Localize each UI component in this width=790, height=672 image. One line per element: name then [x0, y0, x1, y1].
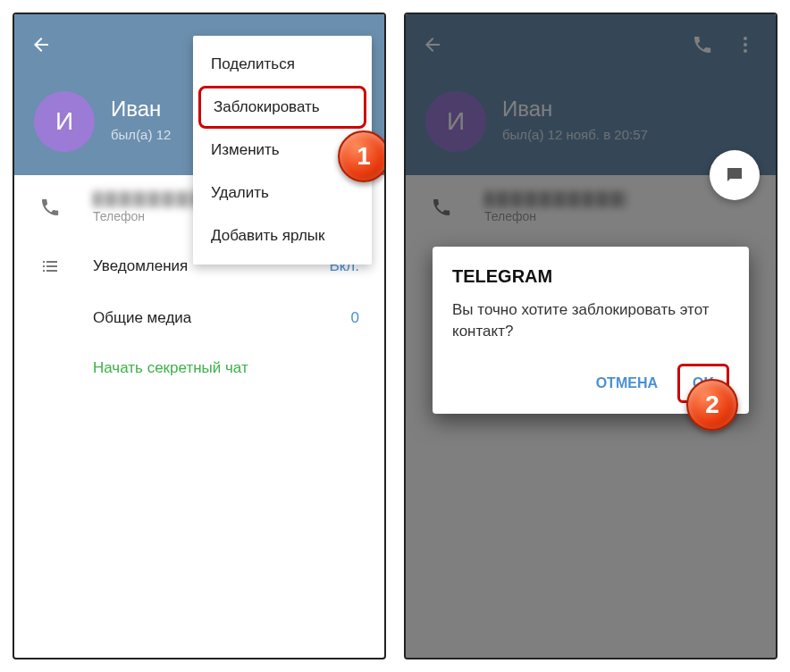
menu-share[interactable]: Поделиться: [193, 43, 372, 86]
menu-add-shortcut[interactable]: Добавить ярлык: [193, 214, 372, 257]
step-badge-2: 2: [686, 379, 738, 431]
avatar-letter: И: [55, 107, 73, 136]
phone-icon: [32, 197, 68, 218]
list-icon: [32, 256, 68, 277]
dialog-message: Вы точно хотите заблокировать этот конта…: [452, 299, 729, 342]
contact-name: Иван: [111, 97, 161, 122]
dialog-title: TELEGRAM: [452, 266, 729, 287]
menu-block[interactable]: Заблокировать: [198, 86, 366, 129]
menu-delete[interactable]: Удалить: [193, 172, 372, 214]
contact-status: был(а) 12: [111, 127, 171, 142]
avatar: И: [34, 91, 95, 152]
start-secret-chat[interactable]: Начать секретный чат: [14, 343, 384, 393]
media-label: Общие медиа: [93, 309, 351, 327]
chat-icon: [724, 164, 745, 186]
chat-fab[interactable]: [710, 150, 760, 200]
media-value: 0: [351, 309, 359, 327]
screenshot-left: И Иван был(а) 12 Телефон Уведомления Вкл…: [13, 13, 386, 659]
back-icon[interactable]: [30, 34, 52, 59]
media-row[interactable]: Общие медиа 0: [14, 293, 384, 343]
screenshot-right: И Иван был(а) 12 нояб. в 20:57 Телефон T…: [404, 13, 777, 659]
step-badge-1: 1: [338, 130, 386, 182]
cancel-button[interactable]: ОТМЕНА: [584, 366, 670, 400]
